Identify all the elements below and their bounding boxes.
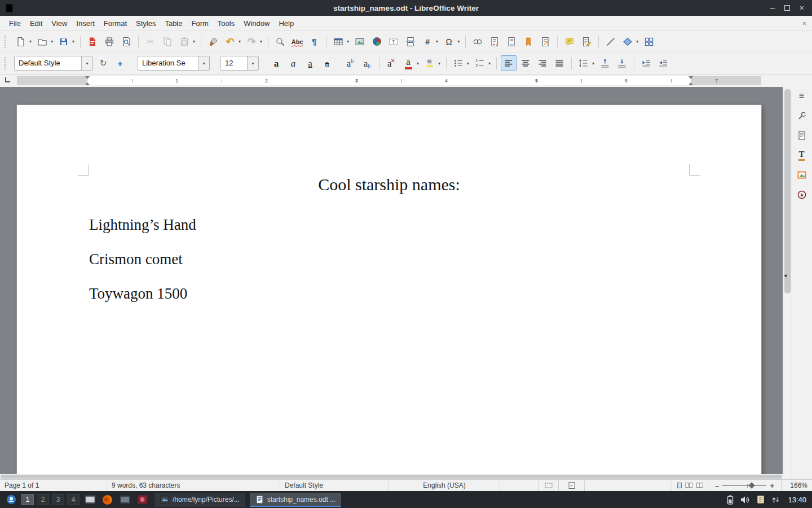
horizontal-scrollbar-thumb[interactable]	[1, 475, 782, 479]
volume-icon[interactable]	[740, 496, 750, 504]
bullet-list-dropdown[interactable]: ▾	[467, 61, 469, 66]
special-character-button[interactable]: Ω	[441, 34, 457, 50]
vertical-scrollbar[interactable]: ◂	[783, 87, 791, 479]
zoom-slider[interactable]	[722, 485, 766, 486]
menu-format[interactable]: Format	[99, 17, 131, 30]
status-document-modified[interactable]	[559, 480, 585, 491]
sidebar-properties-button[interactable]	[794, 108, 810, 124]
insert-endnote-button[interactable]	[504, 34, 519, 50]
clipboard-icon[interactable]	[757, 495, 765, 504]
insert-comment-button[interactable]	[562, 34, 577, 50]
insert-table-button[interactable]	[330, 34, 346, 50]
insert-bookmark-button[interactable]	[520, 34, 536, 50]
taskbar-window-pictures[interactable]: /home/lynp/Pictures/...	[155, 493, 245, 507]
new-document-button[interactable]	[13, 34, 29, 50]
workspace-3-button[interactable]: 3	[52, 494, 64, 505]
ruler[interactable]: 1 2 3 4 5 6 7	[0, 75, 812, 87]
zoom-out-button[interactable]: –	[713, 481, 721, 490]
toolbar-grip[interactable]	[5, 36, 8, 48]
font-size-dropdown[interactable]: ▾	[247, 56, 258, 70]
file-manager-launcher[interactable]	[117, 493, 133, 506]
update-style-button[interactable]: ↻	[95, 55, 111, 71]
insert-footnote-button[interactable]: 1	[487, 34, 502, 50]
tab-stop-selector[interactable]	[5, 77, 10, 82]
bold-button[interactable]: a	[268, 55, 284, 71]
numbered-list-button[interactable]: 12	[472, 55, 488, 71]
increase-indent-button[interactable]	[638, 55, 654, 71]
insert-chart-button[interactable]	[369, 34, 385, 50]
new-style-button[interactable]: +	[112, 55, 128, 71]
paste-dropdown[interactable]: ▾	[193, 39, 195, 44]
status-language[interactable]: English (USA)	[389, 480, 500, 491]
menu-edit[interactable]: Edit	[25, 17, 47, 30]
font-name-combobox[interactable]: Liberation Se ▾	[138, 56, 210, 71]
menu-insert[interactable]: Insert	[72, 17, 99, 30]
save-button[interactable]	[56, 34, 72, 50]
insert-textbox-button[interactable]: T	[386, 34, 401, 50]
paragraph-style-dropdown[interactable]: ▾	[81, 56, 92, 70]
workspace-2-button[interactable]: 2	[37, 494, 49, 505]
workspace-4-button[interactable]: 4	[67, 494, 80, 505]
workspace-1-button[interactable]: 1	[21, 494, 34, 505]
status-page-style[interactable]: Default Style	[280, 480, 389, 491]
media-launcher[interactable]	[135, 493, 150, 506]
insert-cross-reference-button[interactable]	[537, 34, 553, 50]
numbered-list-dropdown[interactable]: ▾	[488, 61, 491, 66]
document-paragraph[interactable]: Crismon comet	[89, 251, 183, 268]
highlight-color-button[interactable]	[422, 55, 438, 71]
clone-formatting-button[interactable]	[205, 34, 221, 50]
export-pdf-button[interactable]	[85, 34, 100, 50]
save-dropdown[interactable]: ▾	[72, 39, 74, 44]
subscript-button[interactable]: ab	[359, 55, 375, 71]
book-view-icon[interactable]	[696, 481, 703, 489]
insert-page-break-button[interactable]	[403, 34, 418, 50]
firefox-launcher[interactable]	[100, 493, 115, 506]
right-indent-marker-bottom[interactable]	[689, 82, 693, 85]
status-insert-mode[interactable]	[500, 480, 539, 491]
track-changes-button[interactable]	[579, 34, 594, 50]
menu-table[interactable]: Table	[160, 17, 187, 30]
bullet-list-button[interactable]	[451, 55, 466, 71]
restore-button[interactable]	[784, 5, 790, 11]
superscript-button[interactable]: ab	[342, 55, 358, 71]
network-icon[interactable]	[771, 496, 780, 504]
cut-button[interactable]: ✂	[143, 34, 158, 50]
underline-button[interactable]: a	[302, 55, 318, 71]
font-size-combobox[interactable]: 12 ▾	[220, 56, 259, 71]
insert-line-button[interactable]	[603, 34, 619, 50]
basic-shapes-dropdown[interactable]: ▾	[636, 39, 638, 44]
font-color-button[interactable]: a	[400, 55, 416, 71]
paste-button[interactable]	[176, 34, 192, 50]
status-page-number[interactable]: Page 1 of 1	[0, 480, 107, 491]
paragraph-style-value[interactable]: Default Style	[15, 56, 81, 70]
insert-table-dropdown[interactable]: ▾	[347, 39, 349, 44]
font-name-dropdown[interactable]: ▾	[198, 56, 209, 70]
increase-paragraph-spacing-button[interactable]	[597, 55, 613, 71]
decrease-paragraph-spacing-button[interactable]	[614, 55, 630, 71]
document-page[interactable]: Cool starship names: Lightning’s Hand Cr…	[17, 105, 761, 479]
multi-page-view-icon[interactable]	[685, 481, 692, 489]
zoom-percentage[interactable]: 166%	[782, 480, 812, 491]
new-document-dropdown[interactable]: ▾	[29, 39, 32, 44]
close-document-button[interactable]: ×	[802, 19, 806, 28]
line-spacing-dropdown[interactable]: ▾	[592, 61, 594, 66]
first-line-indent-marker[interactable]	[85, 76, 90, 79]
clock[interactable]: 13:40	[787, 496, 806, 504]
special-character-dropdown[interactable]: ▾	[457, 39, 460, 44]
document-heading[interactable]: Cool starship names:	[89, 175, 689, 194]
redo-button[interactable]: ↷	[244, 34, 259, 50]
document-paragraph[interactable]: Toywagon 1500	[89, 285, 187, 303]
zoom-in-button[interactable]: +	[767, 481, 776, 490]
insert-field-dropdown[interactable]: ▾	[436, 39, 438, 44]
horizontal-scrollbar[interactable]	[0, 474, 783, 479]
menu-form[interactable]: Form	[187, 17, 213, 30]
undo-dropdown[interactable]: ▾	[239, 39, 241, 44]
insert-hyperlink-button[interactable]	[470, 34, 486, 50]
menu-file[interactable]: File	[5, 17, 25, 30]
sidebar-gallery-button[interactable]	[794, 167, 810, 183]
sidebar-styles-button[interactable]: T	[794, 147, 810, 163]
align-right-button[interactable]	[535, 55, 550, 71]
strikethrough-button[interactable]: a	[319, 55, 335, 71]
single-page-view-icon[interactable]	[677, 481, 682, 489]
applications-menu-button[interactable]	[3, 492, 19, 507]
